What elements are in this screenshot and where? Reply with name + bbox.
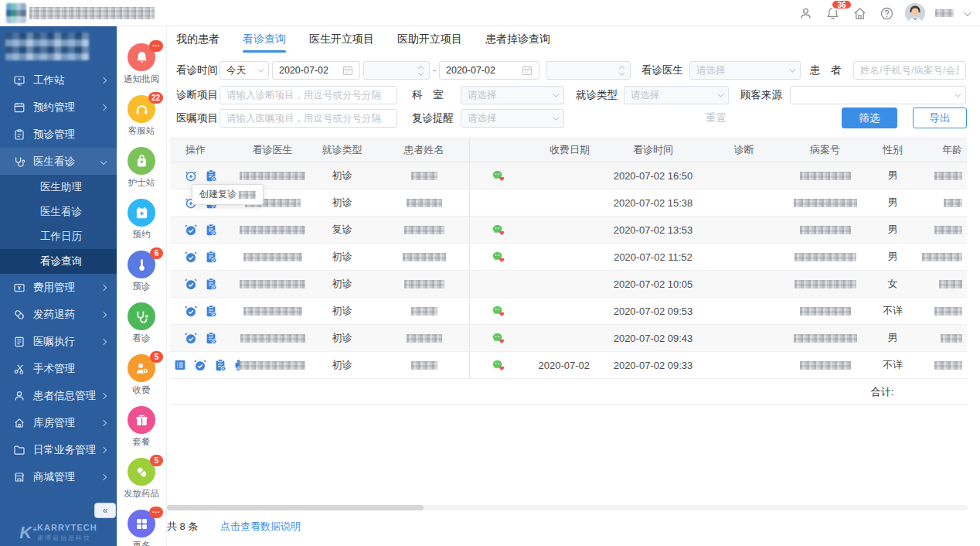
- sidebar-subitem-医生看诊[interactable]: 医生看诊: [0, 200, 117, 224]
- cell-3: [379, 189, 469, 216]
- alarmcheck-icon[interactable]: [184, 277, 198, 291]
- sidebar-item-库房管理[interactable]: 库房管理: [0, 409, 117, 436]
- alarmcheck-icon[interactable]: [184, 331, 198, 345]
- sidebar-item-医生看诊[interactable]: 医生看诊: [0, 148, 117, 175]
- cell-6: 2020-07-02 16:50: [599, 162, 707, 189]
- stetho-icon: [13, 155, 26, 168]
- clipboardx-icon[interactable]: [204, 277, 218, 291]
- sidebar-item-手术管理[interactable]: 手术管理: [0, 355, 117, 382]
- help-icon[interactable]: [878, 5, 895, 22]
- cell-3: [379, 352, 469, 378]
- redacted-text: [407, 199, 442, 207]
- cell-1: [240, 298, 305, 324]
- tab-我的患者[interactable]: 我的患者: [176, 32, 219, 53]
- home-icon[interactable]: [851, 5, 868, 22]
- clipboardx-icon[interactable]: [204, 331, 218, 345]
- folder-icon: [13, 444, 26, 456]
- sidebar-subitem-医生助理[interactable]: 医生助理: [0, 175, 117, 200]
- alarmplus-icon[interactable]: [184, 169, 198, 183]
- data-description-link[interactable]: 点击查看数据说明: [220, 520, 301, 534]
- sidebar-item-商城管理[interactable]: 商城管理: [0, 463, 117, 490]
- visits-table: 操作看诊医生就诊类型患者姓名收费日期看诊时间诊断病案号性别年龄初诊2020-07…: [170, 138, 967, 405]
- table-row: 复诊2020-07-02 13:53男: [170, 217, 967, 244]
- tab-看诊查询[interactable]: 看诊查询: [243, 32, 286, 53]
- quickbar-item-通知批阅[interactable]: ···通知批阅: [124, 43, 159, 85]
- customer-source-select[interactable]: [790, 86, 966, 104]
- stethow-icon: [128, 302, 155, 330]
- date-from-input[interactable]: 2020-07-02: [272, 61, 360, 80]
- quickbar-item-套餐[interactable]: 套餐: [128, 406, 155, 448]
- user-avatar[interactable]: [905, 3, 925, 23]
- reset-button[interactable]: 重置: [706, 108, 726, 128]
- main-content: 我的患者看诊查询医生开立项目医助开立项目患者掉诊查询 看诊时间 今天 2020-…: [167, 26, 980, 546]
- department-placeholder: 请选择: [468, 89, 497, 102]
- clipboardx-icon[interactable]: [204, 250, 218, 264]
- quickbar-item-更多[interactable]: ···更多: [128, 510, 155, 546]
- clipboardx-icon[interactable]: [204, 169, 218, 183]
- export-button[interactable]: 导出: [913, 107, 967, 128]
- wechat-heart-icon: [492, 305, 505, 318]
- time-to-spinner[interactable]: [546, 61, 631, 80]
- quickbar-item-护士站[interactable]: 护士站: [128, 147, 155, 189]
- clipboardx-icon[interactable]: [213, 358, 227, 372]
- table-summary-row: 合计:: [170, 379, 967, 405]
- app-title-redacted: [29, 7, 155, 19]
- doctor-select[interactable]: 请选择: [689, 61, 801, 80]
- department-select[interactable]: 请选择: [461, 86, 564, 104]
- scrollbar-thumb[interactable]: [167, 505, 424, 510]
- scissors-icon: [13, 363, 26, 375]
- calendar-icon: [13, 101, 26, 114]
- sidebar-collapse-button[interactable]: «: [94, 503, 116, 518]
- sidebar-item-发药退药[interactable]: 发药退药: [0, 301, 117, 328]
- notifications-bell-icon[interactable]: 36: [824, 5, 841, 22]
- sidebar-item-工作站[interactable]: 工作站: [0, 67, 117, 94]
- user-icon[interactable]: [797, 5, 814, 22]
- redacted-text: [404, 280, 444, 288]
- cell-6: 2020-07-02 09:53: [599, 298, 707, 324]
- diagnosis-item-input[interactable]: [219, 86, 397, 104]
- quickbar-badge: ···: [149, 40, 163, 52]
- tab-医生开立项目[interactable]: 医生开立项目: [309, 32, 374, 53]
- cell-10: [916, 217, 967, 243]
- quickbar-item-收费[interactable]: 5收费: [128, 354, 155, 396]
- quickbar-item-客服站[interactable]: 22客服站: [128, 95, 155, 137]
- cell-4: [469, 244, 526, 270]
- cell-1: [240, 217, 305, 243]
- order-item-input[interactable]: [219, 109, 397, 128]
- sidebar-item-患者信息管理[interactable]: 患者信息管理: [0, 382, 117, 409]
- sidebar-item-预诊管理[interactable]: 预诊管理: [0, 121, 117, 148]
- sidebar-subitem-工作日历[interactable]: 工作日历: [0, 224, 117, 249]
- quickbar-item-预约[interactable]: 预约: [128, 199, 155, 241]
- clipboardx-icon[interactable]: [204, 304, 218, 318]
- alarmcheck-icon[interactable]: [184, 304, 198, 318]
- tab-医助开立项目[interactable]: 医助开立项目: [397, 32, 462, 53]
- printer-icon[interactable]: [233, 358, 240, 372]
- alarmcheck-icon[interactable]: [184, 250, 198, 264]
- quickbar-badge: 22: [148, 92, 163, 104]
- tab-患者掉诊查询[interactable]: 患者掉诊查询: [485, 32, 550, 53]
- filter-button[interactable]: 筛选: [842, 107, 897, 128]
- chevron-down-icon[interactable]: [964, 9, 971, 16]
- clipboardx-icon[interactable]: [204, 223, 218, 237]
- revisit-reminder-select[interactable]: 请选择: [461, 109, 564, 128]
- department-label: 科 室: [412, 86, 455, 104]
- alarmcheck-icon[interactable]: [193, 358, 207, 372]
- listview-icon[interactable]: [173, 358, 187, 372]
- time-preset-select[interactable]: 今天: [219, 61, 269, 80]
- cell-9: 男: [869, 189, 916, 216]
- quickbar-item-预诊[interactable]: 6预诊: [128, 251, 155, 292]
- time-from-spinner[interactable]: [363, 61, 430, 80]
- quickbar-item-发放药品[interactable]: 5发放药品: [124, 458, 159, 500]
- sidebar-item-日常业务管理[interactable]: 日常业务管理: [0, 436, 117, 463]
- redacted-text: [403, 253, 446, 261]
- sidebar-item-医嘱执行[interactable]: 医嘱执行: [0, 328, 117, 355]
- sidebar-item-预约管理[interactable]: 预约管理: [0, 94, 117, 121]
- date-to-input[interactable]: 2020-07-02: [439, 61, 539, 80]
- sidebar-item-费用管理[interactable]: 费用管理: [0, 274, 117, 301]
- sidebar-subitem-看诊查询[interactable]: 看诊查询: [0, 249, 117, 274]
- alarmcheck-icon[interactable]: [184, 223, 198, 237]
- patient-search-input[interactable]: [853, 61, 966, 80]
- quickbar-item-看诊[interactable]: 看诊: [128, 302, 155, 344]
- person-icon: [13, 390, 26, 402]
- visit-type-select[interactable]: 请选择: [624, 86, 729, 104]
